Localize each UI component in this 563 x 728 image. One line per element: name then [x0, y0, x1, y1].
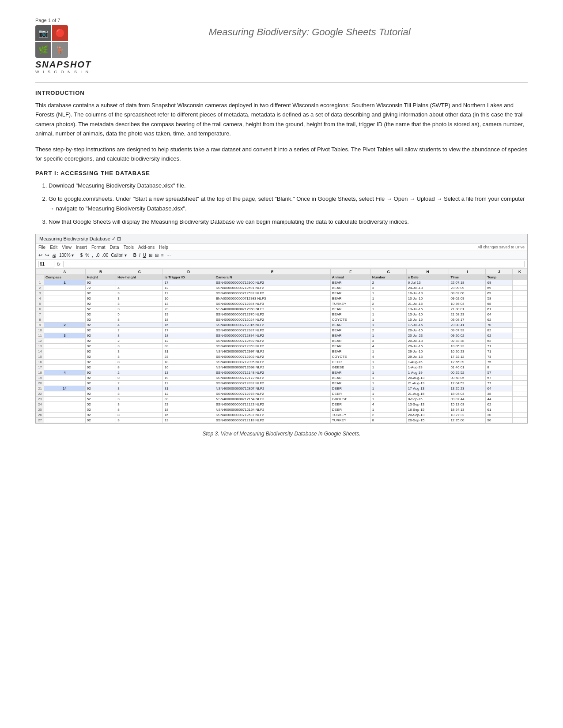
col-rownum — [36, 269, 44, 275]
toolbar-print[interactable]: 🖨 — [52, 253, 57, 258]
cell-hovheight: 8 — [116, 365, 163, 370]
cell-animal: BEAR — [330, 344, 370, 349]
col-g[interactable]: G — [370, 269, 406, 275]
formula-input[interactable] — [63, 261, 525, 267]
cell-height: 72 — [85, 285, 116, 291]
toolbar-align[interactable]: ≡ — [161, 253, 164, 258]
cell-trigger: 16 — [163, 365, 214, 370]
group-indicator — [44, 307, 86, 312]
col-a[interactable]: A — [44, 269, 86, 275]
cell-temp: 71 — [486, 349, 512, 354]
group-indicator — [44, 413, 86, 418]
group-indicator — [44, 365, 86, 370]
cell-time: 18:54:13 — [449, 407, 486, 413]
row-number: 10 — [36, 328, 44, 333]
row-number: 5 — [36, 301, 44, 307]
toolbar-underline[interactable]: U — [143, 253, 146, 258]
group-indicator — [44, 296, 86, 301]
menu-addons[interactable]: Add-ons — [138, 245, 155, 250]
toolbar-comma[interactable]: , — [92, 253, 93, 258]
part1-section: PART I: ACCESSING THE DATABASE Download … — [35, 170, 528, 227]
gs-toolbar[interactable]: ↩ ↪ 🖨 100% ▾ | $ % , .0 .00 Calibri ▾ | … — [36, 251, 527, 260]
menu-insert[interactable]: Insert — [76, 245, 87, 250]
menu-file[interactable]: File — [38, 245, 45, 250]
gs-menubar[interactable]: File Edit View Insert Format Data Tools … — [36, 244, 527, 251]
intro-paragraph-2: These step-by-step instructions are desi… — [35, 145, 528, 164]
row-number: 26 — [36, 413, 44, 418]
menu-view[interactable]: View — [62, 245, 72, 250]
menu-format[interactable]: Format — [91, 245, 106, 250]
cell-camera: SSN4000000000712024 NLF2 — [214, 317, 330, 323]
toolbar-undo[interactable]: ↩ — [38, 252, 42, 258]
toolbar-bold[interactable]: B — [133, 253, 136, 258]
cell-extra — [512, 344, 527, 349]
cell-temp: 69 — [486, 291, 512, 296]
cell-animal: TURKEY — [330, 413, 370, 418]
toolbar-merge[interactable]: ⊟ — [155, 253, 159, 258]
col-c[interactable]: C — [116, 269, 163, 275]
cell-extra — [512, 296, 527, 301]
col-j[interactable]: J — [486, 269, 512, 275]
cell-number: 1 — [370, 349, 406, 354]
cell-trigger: 33 — [163, 397, 214, 402]
toolbar-dec-down[interactable]: .0 — [96, 253, 99, 258]
gs-title-text: Measuring Biodiversity Database ✓ ⊞ — [39, 236, 121, 242]
cell-animal: BEAR — [330, 328, 370, 333]
cell-temp: 44 — [486, 397, 512, 402]
cell-time: 02:33:38 — [449, 338, 486, 344]
cell-time: 15:13:63 — [449, 402, 486, 407]
cell-height: 92 — [85, 360, 116, 365]
cell-ref-input[interactable] — [38, 261, 54, 267]
cell-animal: TURKEY — [330, 418, 370, 423]
row-number: 18 — [36, 370, 44, 375]
cell-animal: COYOTE — [330, 317, 370, 323]
col-e[interactable]: E — [214, 269, 330, 275]
cell-hovheight: 3 — [116, 291, 163, 296]
col-f[interactable]: F — [330, 269, 370, 275]
cell-height: 92 — [85, 296, 116, 301]
toolbar-zoom[interactable]: 100% ▾ — [59, 253, 74, 258]
table-row: 592313SSN4000000000712984 NLF3TURKEY221-… — [36, 301, 527, 307]
table-row: 11392818SSN4000000000712894 NLF2BEAR120-… — [36, 333, 527, 338]
cell-trigger: 18 — [163, 333, 214, 338]
cell-time: 17:22:12 — [449, 354, 486, 360]
cell-height: 92 — [85, 418, 116, 423]
toolbar-italic[interactable]: I — [139, 253, 140, 258]
toolbar-dec-up[interactable]: .00 — [102, 253, 108, 258]
menu-help[interactable]: Help — [159, 245, 168, 250]
cell-trigger: 13 — [163, 370, 214, 375]
cell-extra — [512, 413, 527, 418]
col-i[interactable]: I — [449, 269, 486, 275]
toolbar-more[interactable]: ⋯ — [166, 253, 171, 258]
brand-sub: W I S C O N S I N — [35, 70, 91, 74]
cell-extra — [512, 317, 527, 323]
cell-number: 1 — [370, 397, 406, 402]
cell-number: 1 — [370, 312, 406, 317]
table-row: 2452323SSN4000000000712123 NLF2DEER413-S… — [36, 402, 527, 407]
toolbar-font[interactable]: Calibri ▾ — [111, 253, 127, 258]
toolbar-redo[interactable]: ↪ — [45, 252, 49, 258]
menu-data[interactable]: Data — [110, 245, 119, 250]
logo-block: Page 1 of 7 📷 🔴 🌿 🦌 SNAPSHOT W I S C O N… — [35, 18, 91, 74]
group-indicator — [44, 301, 86, 307]
toolbar-borders[interactable]: ⊞ — [149, 253, 152, 258]
cell-trigger: 10 — [163, 296, 214, 301]
cell-animal: GROUSE — [330, 397, 370, 402]
col-d[interactable]: D — [163, 269, 214, 275]
menu-edit[interactable]: Edit — [50, 245, 57, 250]
cell-animal: BEAR — [330, 349, 370, 354]
gs-table-wrapper: A B C D E F G H I J K Compass Height Hov… — [36, 269, 527, 423]
col-b[interactable]: B — [85, 269, 116, 275]
cell-number: 1 — [370, 296, 406, 301]
logo-cell-br: 🦌 — [52, 42, 68, 58]
toolbar-percent[interactable]: % — [85, 253, 89, 258]
toolbar-currency[interactable]: $ — [80, 253, 83, 258]
cell-temp: 61 — [486, 407, 512, 413]
col-k[interactable]: K — [512, 269, 527, 275]
cell-trigger: 18 — [163, 317, 214, 323]
menu-tools[interactable]: Tools — [124, 245, 134, 250]
autosave-status: All changes saved to Drive — [477, 245, 525, 250]
cell-camera: NSN4000000000712154 NLF2 — [214, 407, 330, 413]
col-h[interactable]: H — [406, 269, 449, 275]
cell-animal: BEAR — [330, 291, 370, 296]
